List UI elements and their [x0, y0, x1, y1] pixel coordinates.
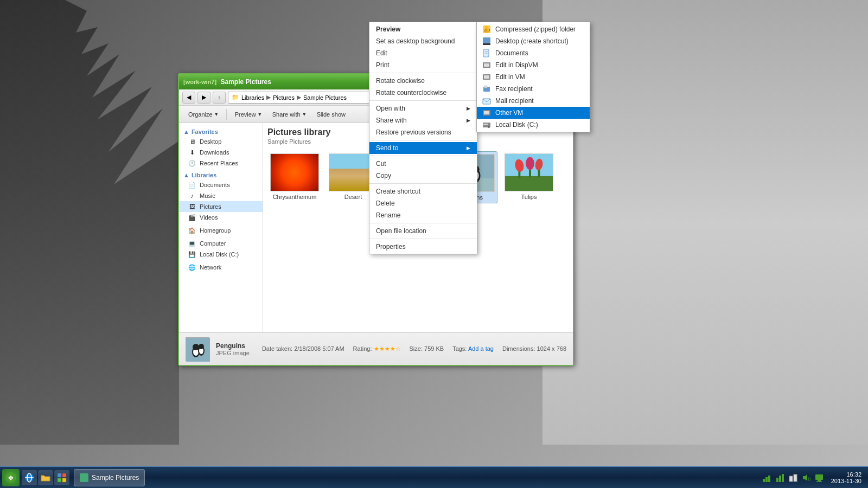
share-with-arrow: ▾: [303, 111, 306, 118]
start-button[interactable]: ❖: [2, 469, 20, 486]
sendto-desktop-shortcut[interactable]: Desktop (create shortcut): [477, 35, 590, 47]
back-button[interactable]: ◀: [182, 92, 195, 104]
ctx-rotate-ccw[interactable]: Rotate counterclockwise: [369, 87, 477, 99]
sendto-edit-vm[interactable]: Edit in VM: [477, 71, 590, 83]
ctx-preview[interactable]: Preview: [369, 23, 477, 35]
address-sep-2: ▶: [297, 94, 301, 101]
quick-grid-button[interactable]: [54, 470, 69, 485]
address-sep-1: ▶: [266, 94, 271, 101]
favorites-header[interactable]: ▲ Favorites: [179, 127, 263, 136]
fax-icon: [482, 85, 491, 93]
ctx-open-with[interactable]: Open with ▶: [369, 102, 477, 114]
system-clock[interactable]: 16:32 2013-11-30: [827, 471, 866, 484]
svg-rect-58: [62, 473, 66, 477]
forward-button[interactable]: ▶: [197, 92, 210, 104]
homegroup-icon: 🏠: [188, 226, 196, 235]
ctx-edit[interactable]: Edit: [369, 47, 477, 59]
organize-arrow: ▾: [215, 111, 218, 118]
date-taken-value: 2/18/2008 5:07 AM: [294, 345, 344, 352]
preview-button[interactable]: Preview ▾: [230, 108, 266, 121]
svg-point-27: [193, 344, 199, 350]
ctx-rotate-cw[interactable]: Rotate clockwise: [369, 75, 477, 87]
sidebar-item-local-disk[interactable]: 💾 Local Disk (C:): [179, 249, 263, 260]
ctx-rename[interactable]: Rename: [369, 209, 477, 221]
libraries-label: Libraries: [192, 172, 216, 178]
ctx-create-shortcut[interactable]: Create shortcut: [369, 185, 477, 197]
clock-time: 16:32: [831, 471, 861, 478]
sendto-local-disk-label: Local Disk (C:): [495, 121, 538, 129]
sendto-documents[interactable]: Documents: [477, 47, 590, 59]
ctx-send-to[interactable]: Send to ▶: [369, 142, 477, 154]
tray-volume-icon[interactable]: )))): [801, 472, 812, 483]
sidebar-item-documents[interactable]: 📄 Documents: [179, 179, 263, 190]
ctx-print[interactable]: Print: [369, 59, 477, 71]
sidebar: ▲ Favorites 🖥 Desktop ⬇ Downloads 🕐 Rece…: [179, 123, 263, 332]
ctx-cut[interactable]: Cut: [369, 158, 477, 170]
organize-button[interactable]: Organize ▾: [183, 108, 223, 121]
up-button[interactable]: ↑: [213, 92, 226, 104]
svg-rect-59: [58, 478, 61, 482]
ctx-copy[interactable]: Copy: [369, 170, 477, 182]
svg-text:)))): )))): [808, 476, 810, 481]
sidebar-local-disk-label: Local Disk (C:): [200, 251, 239, 258]
ctx-restore-versions[interactable]: Restore previous versions: [369, 126, 477, 138]
desktop-right-bg: [542, 0, 868, 445]
file-item-chrysanthemum[interactable]: Chrysanthemum: [267, 151, 322, 203]
system-tray: )))) 16:32 2013-11-30: [762, 471, 866, 484]
tray-network-icon[interactable]: [762, 472, 773, 483]
libraries-header[interactable]: ▲ Libraries: [179, 171, 263, 179]
quick-folder-button[interactable]: [38, 470, 53, 485]
svg-rect-68: [794, 474, 797, 481]
tray-display-icon[interactable]: [814, 472, 825, 483]
sendto-edit-dispvm[interactable]: Edit in DispVM: [477, 59, 590, 71]
sendto-compressed-label: Compressed (zipped) folder: [495, 25, 576, 33]
tulips-svg: [505, 153, 553, 191]
ctx-share-with[interactable]: Share with ▶: [369, 114, 477, 126]
sendto-compressed[interactable]: zip Compressed (zipped) folder: [477, 23, 590, 35]
tray-chart-icon[interactable]: [775, 472, 786, 483]
taskbar-item-sample-pictures[interactable]: Sample Pictures: [74, 469, 145, 486]
status-details: Date taken: 2/18/2008 5:07 AM Rating: ★★…: [262, 345, 566, 352]
sendto-other-vm[interactable]: Other VM: [477, 107, 590, 119]
sendto-fax[interactable]: Fax recipient: [477, 83, 590, 95]
ctx-delete[interactable]: Delete: [369, 197, 477, 209]
sidebar-item-videos[interactable]: 🎬 Videos: [179, 212, 263, 223]
sendto-local-disk[interactable]: Local Disk (C:): [477, 119, 590, 131]
sendto-mail[interactable]: Mail recipient: [477, 95, 590, 107]
tags-label: Tags:: [452, 345, 467, 352]
ctx-properties[interactable]: Properties: [369, 241, 477, 253]
file-thumb-chrysanthemum: [270, 153, 319, 191]
ctx-sep-7: [369, 239, 477, 239]
ctx-open-file-location[interactable]: Open file location: [369, 225, 477, 237]
sidebar-item-computer[interactable]: 💻 Computer: [179, 238, 263, 249]
slide-show-button[interactable]: Slide show: [312, 108, 350, 121]
sidebar-item-music[interactable]: ♪ Music: [179, 190, 263, 201]
homegroup-section: 🏠 Homegroup: [179, 225, 263, 236]
computer-icon: 💻: [188, 239, 196, 248]
address-part-1: Libraries: [241, 94, 264, 101]
ctx-print-label: Print: [376, 61, 390, 69]
sidebar-item-homegroup[interactable]: 🏠 Homegroup: [179, 225, 263, 236]
ctx-copy-label: Copy: [376, 172, 391, 179]
sidebar-videos-label: Videos: [200, 214, 218, 221]
sidebar-item-recent-places[interactable]: 🕐 Recent Places: [179, 158, 263, 169]
ctx-set-desktop[interactable]: Set as desktop background: [369, 35, 477, 47]
sidebar-item-network[interactable]: 🌐 Network: [179, 262, 263, 273]
quick-launch: [22, 470, 69, 485]
libraries-section: ▲ Libraries 📄 Documents ♪ Music 🖼 Pictur…: [179, 171, 263, 223]
svg-rect-43: [484, 75, 489, 79]
sidebar-item-downloads[interactable]: ⬇ Downloads: [179, 147, 263, 158]
quick-ie-button[interactable]: [22, 470, 37, 485]
rating-stars[interactable]: ★★★★☆: [374, 345, 401, 352]
tray-connection-icon[interactable]: [788, 472, 799, 483]
sidebar-item-pictures[interactable]: 🖼 Pictures: [179, 201, 263, 212]
sidebar-item-desktop[interactable]: 🖥 Desktop: [179, 136, 263, 147]
share-with-button[interactable]: Share with ▾: [267, 108, 311, 121]
network-icon: 🌐: [188, 263, 196, 272]
tags-value[interactable]: Add a tag: [468, 345, 494, 352]
svg-text:❖: ❖: [8, 474, 14, 482]
status-tags: Tags: Add a tag: [452, 345, 494, 352]
file-item-tulips[interactable]: Tulips: [502, 151, 556, 203]
ctx-sep-4: [369, 156, 477, 156]
ctx-sep-6: [369, 223, 477, 223]
